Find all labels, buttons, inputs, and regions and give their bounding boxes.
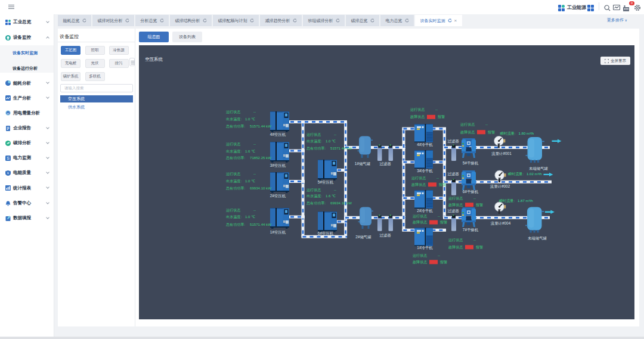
svg-text:4#冷干机: 4#冷干机 [417, 142, 433, 147]
svg-text:报警: 报警 [438, 182, 446, 187]
svg-text:空压系统: 空压系统 [145, 57, 163, 62]
svg-text:1.6 ℃: 1.6 ℃ [326, 194, 336, 198]
svg-text:--: -- [438, 253, 440, 257]
svg-text:总有功功率:: 总有功功率: [306, 146, 326, 150]
svg-text:--: -- [253, 172, 256, 176]
svg-text:运行状态: 运行状态 [306, 188, 321, 192]
svg-text:流量计#002: 流量计#002 [490, 184, 510, 189]
svg-text:1#储气罐: 1#储气罐 [355, 161, 371, 166]
svg-text:51571.44 kW: 51571.44 kW [330, 146, 352, 150]
svg-text:3#冷干机: 3#冷干机 [417, 169, 433, 173]
svg-text:运行状态: 运行状态 [226, 110, 240, 114]
svg-text:1#空压机: 1#空压机 [270, 230, 286, 234]
svg-text:--: -- [334, 188, 336, 192]
svg-text:报警: 报警 [475, 203, 483, 207]
svg-text:出水温度:: 出水温度: [306, 139, 322, 144]
svg-text:7#干燥机: 7#干燥机 [463, 228, 479, 232]
svg-text:运行状态: 运行状态 [448, 238, 463, 242]
svg-text:运行状态: 运行状态 [448, 196, 463, 201]
svg-text:运行状态: 运行状态 [306, 132, 321, 137]
svg-text:流量计#004: 流量计#004 [491, 221, 511, 226]
svg-text:51571.44 kW: 51571.44 kW [250, 124, 271, 128]
svg-text:未端储气罐: 未端储气罐 [528, 236, 547, 241]
svg-text:过滤器: 过滤器 [379, 161, 391, 166]
svg-text:总有功功率:: 总有功功率: [306, 201, 326, 205]
svg-text:4#空压机: 4#空压机 [270, 132, 286, 136]
svg-text:运行状态: 运行状态 [460, 122, 475, 127]
svg-text:--: -- [438, 214, 440, 218]
svg-text:1.0 ℃: 1.0 ℃ [245, 179, 255, 183]
svg-text:--: -- [334, 132, 336, 136]
svg-text:总有功功率:: 总有功功率: [225, 222, 245, 226]
svg-text:1.0 ℃: 1.0 ℃ [245, 214, 255, 219]
svg-text:运行状态: 运行状态 [411, 176, 426, 181]
svg-text:1.0 ℃: 1.0 ℃ [326, 139, 336, 143]
svg-text:--: -- [485, 122, 488, 126]
svg-text:--: -- [253, 142, 256, 146]
svg-text:运行状态: 运行状态 [226, 142, 240, 147]
svg-text:51571.44 kW: 51571.44 kW [250, 222, 271, 226]
svg-text:出水温度:: 出水温度: [306, 194, 322, 198]
svg-text:故障状态: 故障状态 [448, 245, 463, 250]
svg-text:1#冷干机: 1#冷干机 [417, 245, 433, 250]
svg-text:故障状态: 故障状态 [410, 114, 425, 119]
svg-text:5#干燥机: 5#干燥机 [463, 161, 479, 165]
svg-text:出水温度:: 出水温度: [226, 149, 242, 154]
svg-text:1.6 ℃: 1.6 ℃ [245, 149, 255, 153]
svg-text:6#干燥机: 6#干燥机 [463, 189, 479, 194]
svg-text:--: -- [435, 107, 438, 111]
svg-text:报警: 报警 [437, 114, 445, 119]
svg-text:2#空压机: 2#空压机 [270, 194, 286, 198]
svg-text:--: -- [473, 196, 476, 200]
svg-text:2#储气罐: 2#储气罐 [355, 235, 371, 240]
svg-text:出水温度:: 出水温度: [226, 117, 242, 122]
svg-text:--: -- [436, 176, 439, 180]
svg-text:故障状态: 故障状态 [460, 130, 475, 135]
svg-text:瞬时流量:: 瞬时流量: [508, 172, 524, 176]
svg-text:报警: 报警 [439, 220, 447, 225]
svg-text:故障状态: 故障状态 [413, 220, 427, 225]
svg-text:运行状态: 运行状态 [413, 214, 427, 219]
svg-text:1.0 ℃: 1.0 ℃ [245, 117, 255, 121]
svg-text:总有功功率:: 总有功功率: [225, 124, 245, 128]
svg-text:出水温度:: 出水温度: [226, 214, 242, 219]
svg-text:运行状态: 运行状态 [410, 107, 425, 112]
svg-text:瞬时流量:: 瞬时流量: [499, 198, 515, 203]
svg-text:71852.25 kW: 71852.25 kW [250, 155, 271, 160]
svg-text:69934.10 kW: 69934.10 kW [250, 186, 271, 190]
svg-text:出水温度:: 出水温度: [226, 179, 242, 184]
svg-text:--: -- [253, 110, 256, 114]
svg-text:--: -- [253, 208, 256, 212]
svg-text:故障状态: 故障状态 [411, 182, 426, 187]
svg-text:报警: 报警 [487, 130, 495, 135]
svg-text:流量计#001: 流量计#001 [491, 151, 512, 156]
svg-text:运行状态: 运行状态 [226, 208, 240, 213]
svg-text:过滤器: 过滤器 [379, 233, 391, 238]
svg-text:未端储气罐: 未端储气罐 [529, 166, 549, 171]
svg-text:e: e [7, 111, 9, 115]
svg-text:总有功功率:: 总有功功率: [225, 155, 245, 160]
svg-text:过滤器: 过滤器 [447, 209, 459, 213]
svg-text:过滤器: 过滤器 [447, 139, 459, 144]
svg-text:1.87 m³/h: 1.87 m³/h [518, 198, 533, 203]
svg-text:2#冷干机: 2#冷干机 [417, 209, 433, 213]
svg-text:1.02 m³/h: 1.02 m³/h [527, 172, 542, 176]
svg-text:报警: 报警 [475, 245, 483, 250]
svg-text:S: S [7, 156, 10, 160]
svg-text:6#空压机: 6#空压机 [318, 231, 334, 235]
svg-text:--: -- [473, 238, 476, 242]
svg-text:3#空压机: 3#空压机 [270, 163, 286, 167]
svg-text:过滤器: 过滤器 [447, 172, 459, 176]
svg-text:报警: 报警 [439, 260, 447, 265]
svg-text:69934.10 kW: 69934.10 kW [330, 201, 352, 205]
svg-text:故障状态: 故障状态 [413, 260, 427, 265]
svg-text:瞬时流量:: 瞬时流量: [500, 131, 516, 136]
svg-text:运行状态: 运行状态 [226, 172, 240, 176]
svg-text:总有功功率:: 总有功功率: [225, 186, 245, 190]
svg-text:1.80 m³/h: 1.80 m³/h [519, 131, 534, 135]
svg-text:运行状态: 运行状态 [413, 253, 427, 258]
svg-text:故障状态: 故障状态 [448, 203, 463, 207]
svg-text:5#空压机: 5#空压机 [318, 180, 334, 184]
